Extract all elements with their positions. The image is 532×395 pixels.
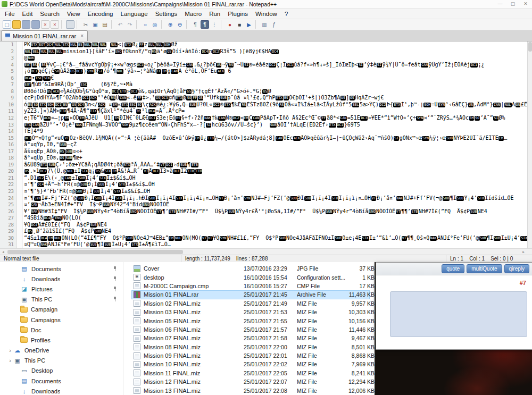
- menu-edit[interactable]: Edit: [19, 9, 37, 19]
- menu-plugins[interactable]: Plugins: [224, 9, 252, 19]
- horizontal-scrollbar[interactable]: ◂ ▸: [0, 248, 532, 255]
- quote-button[interactable]: quote: [442, 264, 464, 273]
- replace-button[interactable]: ◎: [151, 20, 159, 29]
- find-button[interactable]: ○: [141, 20, 149, 29]
- close-all-button[interactable]: ×: [51, 20, 59, 29]
- file-row-desktop[interactable]: desktop16/10/2016 15:54Configuration set…: [131, 273, 370, 281]
- sidebar-item-this-pc[interactable]: ▣This PC: [0, 295, 123, 305]
- file-date-modified: 13/07/2016 23:29: [244, 265, 297, 272]
- indent-guide-button[interactable]: ⋮: [210, 20, 219, 29]
- control-char-can: CAN: [493, 103, 501, 107]
- menu-window[interactable]: Window: [252, 9, 281, 19]
- file-row-mission-02-final-miz[interactable]: Mission 02 FINAL.miz25/01/2017 21:49MIZ …: [131, 299, 370, 308]
- menu-settings[interactable]: Settings: [152, 9, 181, 19]
- paste-button[interactable]: ▤: [101, 20, 109, 29]
- sidebar-item-downloads[interactable]: ↓Downloads: [0, 386, 123, 395]
- menu-language[interactable]: Language: [117, 9, 151, 19]
- control-char-enq: ENQ: [369, 209, 376, 214]
- sidebar-item-documents[interactable]: ▤Documents: [0, 264, 123, 274]
- file-row-mission-10-final-miz[interactable]: Mission 10 FINAL.miz25/01/2017 22:02MIZ …: [131, 360, 370, 368]
- word-wrap-button[interactable]: ¶: [191, 20, 200, 29]
- save-button[interactable]: [22, 20, 30, 29]
- open-folder-button[interactable]: [12, 20, 21, 29]
- control-char-rs: RS: [110, 96, 115, 100]
- fold-margin: [17, 148, 23, 155]
- sidebar-item-campaigns[interactable]: Campaigns: [0, 315, 123, 325]
- vertical-scrollbar[interactable]: [527, 41, 532, 248]
- multiquote-button[interactable]: multiQuote: [467, 264, 502, 273]
- control-char-sub: SUB: [97, 182, 105, 187]
- sidebar-item-campaign[interactable]: Campaign: [0, 305, 123, 315]
- zoom-in-button[interactable]: ⊕: [166, 20, 174, 29]
- control-char-sub: SUB: [80, 182, 88, 187]
- sidebar-item-doc[interactable]: Doc: [0, 325, 123, 335]
- file-row-mission-13-final-miz[interactable]: Mission 13 FINAL.miz25/01/2017 22:08MIZ …: [131, 386, 370, 394]
- file-date-modified: 25/01/2017 21:55: [244, 318, 297, 324]
- file-row-mission-07-final-miz[interactable]: Mission 07 FINAL.miz25/01/2017 21:58MIZ …: [131, 334, 370, 342]
- control-char-dc2: DC2: [232, 116, 240, 121]
- sidebar-item-pictures[interactable]: ◪Pictures: [0, 284, 123, 294]
- tab-mission-01-final[interactable]: Mission 01 FINAL.rar.rar ×: [1, 30, 88, 41]
- file-row-mission-09-final-miz[interactable]: Mission 09 FINAL.miz25/01/2017 22:01MIZ …: [131, 351, 370, 360]
- menu-file[interactable]: File: [1, 9, 19, 19]
- file-row-m-2000c-campaign-cmp[interactable]: M-2000C Campaign.cmp16/10/2016 15:27CMP …: [131, 282, 370, 290]
- file-date-modified: 25/01/2017 22:05: [244, 370, 297, 376]
- copy-button[interactable]: ▣: [91, 20, 99, 29]
- close-tab-icon[interactable]: ×: [80, 33, 84, 39]
- minimize-button[interactable]: —: [494, 0, 506, 8]
- cut-button[interactable]: ✂: [81, 20, 90, 29]
- print-button[interactable]: [66, 20, 74, 29]
- file-row-mission-11-final-miz[interactable]: Mission 11 FINAL.miz25/01/2017 22:05MIZ …: [131, 369, 370, 377]
- file-row-mission-01-final-rar[interactable]: Mission 01 FINAL.rar25/01/2017 21:45Arch…: [131, 290, 370, 299]
- sidebar-item-profiles[interactable]: Profiles: [0, 335, 123, 345]
- file-row-mission-08-final-miz[interactable]: Mission 08 FINAL.miz25/01/2017 22:00MIZ …: [131, 343, 370, 351]
- vertical-scrollbar-thumb[interactable]: [528, 42, 532, 52]
- horizontal-scrollbar-thumb[interactable]: [7, 250, 183, 254]
- file-row-mission-06-final-miz[interactable]: Mission 06 FINAL.miz25/01/2017 21:57MIZ …: [131, 325, 370, 334]
- menu-macro[interactable]: Macro: [181, 9, 205, 19]
- new-file-button[interactable]: ▢: [3, 20, 11, 29]
- file-row-mission-03-final-miz[interactable]: Mission 03 FINAL.miz25/01/2017 21:53MIZ …: [131, 308, 370, 316]
- close-file-button[interactable]: ×: [41, 20, 49, 29]
- sidebar-item-this-pc[interactable]: ›▣This PC: [0, 356, 123, 366]
- zoom-out-button[interactable]: ⊖: [176, 20, 184, 29]
- control-char-si: SI: [358, 63, 363, 68]
- control-char-ff: FF: [321, 116, 327, 121]
- control-char-sub: SUB: [90, 242, 97, 247]
- function-list-button[interactable]: ƒ: [270, 20, 278, 29]
- chevron-icon[interactable]: ›: [7, 357, 13, 364]
- sidebar-item-onedrive[interactable]: ›☁OneDrive: [0, 346, 123, 356]
- file-name: Mission 08 FINAL.miz: [144, 344, 244, 350]
- show-all-characters-button[interactable]: ¶: [201, 20, 209, 29]
- sidebar-item-desktop[interactable]: ▭Desktop: [0, 366, 123, 376]
- menu-run[interactable]: Run: [205, 9, 224, 19]
- editor-lines[interactable]: 1PKETXEOTDC4NULSTXNULBSNULNULNUL NUL<¦ET…: [0, 41, 527, 248]
- redo-button[interactable]: ↷: [126, 20, 134, 29]
- play-macro-button[interactable]: ▶: [245, 20, 253, 29]
- undo-button[interactable]: ↶: [116, 20, 124, 29]
- menu-view[interactable]: View: [63, 9, 84, 19]
- document-map-button[interactable]: ▥: [260, 20, 269, 29]
- menu-search[interactable]: Search: [36, 9, 63, 19]
- control-char-si: SI: [206, 123, 211, 128]
- record-macro-button[interactable]: ●: [226, 20, 234, 29]
- control-char-us: US: [340, 96, 346, 100]
- qireply-button[interactable]: qireply: [504, 264, 529, 273]
- file-row-mission-12-final-miz[interactable]: Mission 12 FINAL.miz25/01/2017 22:07MIZ …: [131, 377, 370, 386]
- menu-encoding[interactable]: Encoding: [84, 9, 117, 19]
- save-all-button[interactable]: [31, 20, 40, 29]
- folder-icon: [20, 327, 28, 333]
- close-window-button[interactable]: ✕: [519, 0, 532, 8]
- maximize-button[interactable]: ▢: [506, 0, 519, 8]
- stop-macro-button[interactable]: ■: [235, 20, 244, 29]
- sidebar-item-documents[interactable]: ▤Documents: [0, 376, 123, 386]
- file-row-cover[interactable]: Cover13/07/2016 23:29JPG File37 KB: [131, 264, 370, 273]
- control-char-eot: EOT: [38, 43, 46, 47]
- file-row-mission-05-final-miz[interactable]: Mission 05 FINAL.miz25/01/2017 21:55MIZ …: [131, 316, 370, 325]
- chevron-icon[interactable]: ›: [7, 347, 13, 354]
- sidebar-item-downloads[interactable]: ↓Downloads: [0, 274, 123, 284]
- fold-margin: [17, 181, 23, 188]
- menu-help[interactable]: ?: [281, 9, 292, 19]
- control-char-so: SO: [475, 116, 480, 121]
- control-char-so: SO: [186, 96, 192, 100]
